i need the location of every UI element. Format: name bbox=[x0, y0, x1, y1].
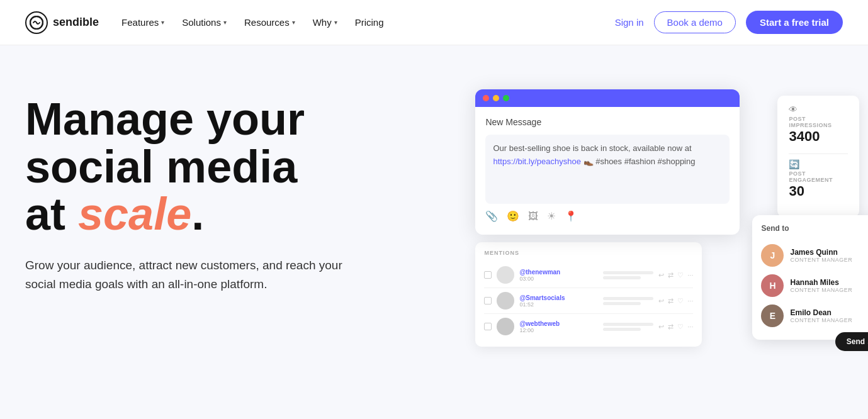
person-avatar-hannah: H bbox=[761, 274, 784, 297]
logo-text: sendible bbox=[53, 16, 99, 29]
reply-icon[interactable]: ↩ bbox=[658, 323, 664, 331]
logo-icon bbox=[25, 11, 48, 34]
send-person-hannah: H Hannah Miles CONTENT MANAGER bbox=[761, 271, 868, 301]
sign-in-link[interactable]: Sign in bbox=[615, 17, 644, 28]
image-icon[interactable]: 🖼 bbox=[528, 211, 538, 222]
hero-description: Grow your audience, attract new customer… bbox=[25, 256, 365, 294]
stat-divider bbox=[789, 154, 848, 154]
mention-checkbox[interactable] bbox=[484, 297, 492, 304]
hero-section: Manage your social media at scale. Grow … bbox=[0, 45, 868, 419]
nav-item-why[interactable]: Why ▾ bbox=[313, 17, 337, 28]
nav-item-solutions[interactable]: Solutions ▾ bbox=[182, 17, 227, 28]
more-icon[interactable]: ··· bbox=[687, 271, 693, 279]
engagement-value: 30 bbox=[789, 183, 848, 199]
nav-item-pricing[interactable]: Pricing bbox=[355, 17, 384, 28]
attachment-icon[interactable]: 📎 bbox=[485, 210, 498, 222]
send-to-panel: Send to J James Quinn CONTENT MANAGER H … bbox=[752, 215, 868, 340]
heart-icon[interactable]: ♡ bbox=[677, 271, 684, 279]
stats-panel: 👁 POST IMPRESSIONS 3400 🔄 POST ENGAGEMEN… bbox=[777, 96, 859, 217]
mention-bar bbox=[603, 328, 641, 331]
impressions-value: 3400 bbox=[789, 128, 848, 145]
hero-left: Manage your social media at scale. Grow … bbox=[25, 83, 450, 294]
mention-bar bbox=[603, 302, 641, 305]
reply-icon[interactable]: ↩ bbox=[658, 297, 664, 305]
mention-bars bbox=[603, 271, 653, 279]
nav-left: sendible Features ▾ Solutions ▾ Resource… bbox=[25, 11, 384, 34]
emoji-icon[interactable]: 🙂 bbox=[507, 210, 519, 222]
chevron-down-icon: ▾ bbox=[161, 19, 164, 26]
compose-text-area[interactable]: Our best-selling shoe is back in stock, … bbox=[485, 135, 730, 204]
scale-word: scale bbox=[78, 189, 191, 239]
mention-bar bbox=[603, 276, 641, 279]
compose-link[interactable]: https://bit.ly/peachyshoe bbox=[493, 157, 580, 166]
person-info-hannah: Hannah Miles CONTENT MANAGER bbox=[790, 278, 864, 293]
nav-item-features[interactable]: Features ▾ bbox=[121, 17, 164, 28]
mention-row: @webtheweb 12:00 ↩ ⇄ ♡ ··· bbox=[484, 314, 693, 339]
send-to-title: Send to bbox=[761, 224, 868, 233]
mention-bars bbox=[603, 323, 653, 331]
mention-avatar bbox=[497, 292, 514, 310]
chevron-down-icon: ▾ bbox=[292, 19, 295, 26]
start-trial-button[interactable]: Start a free trial bbox=[746, 11, 843, 34]
chevron-down-icon: ▾ bbox=[334, 19, 337, 26]
person-info-james: James Quinn CONTENT MANAGER bbox=[790, 248, 864, 263]
mentions-label: MENTIONS bbox=[484, 250, 693, 256]
nav-links: Features ▾ Solutions ▾ Resources ▾ Why ▾… bbox=[121, 17, 383, 28]
engagement-stat: 🔄 POST ENGAGEMENT 30 bbox=[789, 159, 848, 199]
compose-body: New Message Our best-selling shoe is bac… bbox=[475, 107, 740, 235]
heart-icon[interactable]: ♡ bbox=[677, 297, 684, 305]
impressions-icon: 👁 bbox=[789, 104, 848, 115]
mention-checkbox[interactable] bbox=[484, 323, 492, 330]
compose-icons: 📎 🙂 🖼 ☀ 📍 bbox=[485, 204, 730, 225]
book-demo-button[interactable]: Book a demo bbox=[654, 11, 736, 33]
compose-window: New Message Our best-selling shoe is bac… bbox=[475, 89, 740, 235]
person-avatar-emilo: E bbox=[761, 304, 784, 327]
reply-icon[interactable]: ↩ bbox=[658, 271, 664, 279]
sun-icon[interactable]: ☀ bbox=[547, 210, 556, 222]
mention-avatar bbox=[497, 266, 514, 284]
navbar: sendible Features ▾ Solutions ▾ Resource… bbox=[0, 0, 868, 45]
more-icon[interactable]: ··· bbox=[687, 297, 693, 304]
mention-content: @Smartsocials 01:52 bbox=[519, 294, 598, 308]
window-dot-red bbox=[483, 95, 489, 101]
location-icon[interactable]: 📍 bbox=[565, 210, 577, 222]
mention-bar bbox=[603, 323, 653, 326]
hero-title: Manage your social media at scale. bbox=[25, 96, 450, 238]
mentions-panel: MENTIONS @thenewman 03:00 ↩ ⇄ bbox=[475, 242, 702, 347]
nav-item-resources[interactable]: Resources ▾ bbox=[244, 17, 295, 28]
mention-content: @webtheweb 12:00 bbox=[519, 320, 598, 333]
mention-actions: ↩ ⇄ ♡ ··· bbox=[658, 323, 693, 331]
mention-avatar bbox=[497, 318, 514, 335]
window-dot-green bbox=[503, 95, 509, 101]
mention-checkbox[interactable] bbox=[484, 271, 492, 279]
mention-bar bbox=[603, 271, 653, 274]
retweet-icon[interactable]: ⇄ bbox=[668, 323, 674, 331]
nav-right: Sign in Book a demo Start a free trial bbox=[615, 11, 843, 34]
mention-actions: ↩ ⇄ ♡ ··· bbox=[658, 297, 693, 305]
send-person-emilo: E Emilo Dean CONTENT MANAGER bbox=[761, 301, 868, 331]
mention-content: @thenewman 03:00 bbox=[519, 269, 598, 282]
mockup-wrapper: New Message Our best-selling shoe is bac… bbox=[475, 89, 853, 347]
mention-row: @Smartsocials 01:52 ↩ ⇄ ♡ ··· bbox=[484, 288, 693, 314]
hero-right: New Message Our best-selling shoe is bac… bbox=[475, 83, 853, 347]
chevron-down-icon: ▾ bbox=[223, 19, 227, 26]
person-info-emilo: Emilo Dean CONTENT MANAGER bbox=[790, 308, 864, 323]
compose-titlebar bbox=[475, 89, 740, 107]
impressions-stat: 👁 POST IMPRESSIONS 3400 bbox=[789, 104, 848, 145]
heart-icon[interactable]: ♡ bbox=[677, 323, 684, 331]
send-button[interactable]: Send ↗ bbox=[835, 332, 868, 351]
compose-label: New Message bbox=[485, 117, 730, 127]
mention-row: @thenewman 03:00 ↩ ⇄ ♡ ··· bbox=[484, 262, 693, 288]
mention-bar bbox=[603, 297, 653, 300]
mention-bars bbox=[603, 297, 653, 305]
retweet-icon[interactable]: ⇄ bbox=[668, 297, 674, 305]
mention-actions: ↩ ⇄ ♡ ··· bbox=[658, 271, 693, 279]
send-person-james: J James Quinn CONTENT MANAGER bbox=[761, 240, 868, 271]
engagement-icon: 🔄 bbox=[789, 159, 848, 169]
window-dot-yellow bbox=[493, 95, 499, 101]
logo[interactable]: sendible bbox=[25, 11, 99, 34]
person-avatar-james: J bbox=[761, 244, 784, 267]
more-icon[interactable]: ··· bbox=[687, 323, 693, 330]
retweet-icon[interactable]: ⇄ bbox=[668, 271, 674, 279]
